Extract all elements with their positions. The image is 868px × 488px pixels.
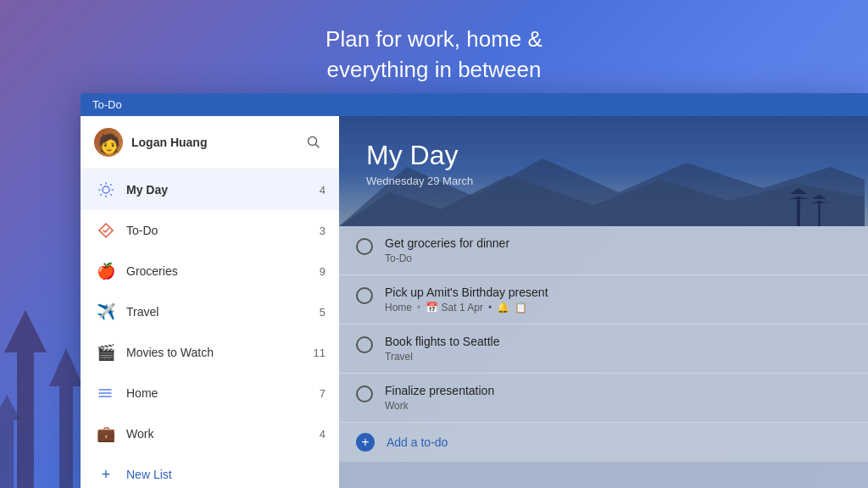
groceries-label: Groceries bbox=[126, 264, 320, 278]
task-checkbox[interactable] bbox=[356, 385, 373, 402]
work-icon: 💼 bbox=[94, 422, 118, 446]
task-checkbox[interactable] bbox=[356, 287, 373, 304]
movies-icon: 🎬 bbox=[94, 341, 118, 364]
svg-marker-1 bbox=[49, 348, 83, 488]
task-title: Finalize presentation bbox=[385, 384, 851, 397]
hero-section: Plan for work, home & everything in betw… bbox=[0, 24, 868, 86]
right-panel: My Day Wednesday 29 March Get groceries … bbox=[339, 116, 868, 488]
home-count: 7 bbox=[320, 387, 326, 400]
svg-point-19 bbox=[99, 396, 101, 397]
new-list-label: New List bbox=[126, 468, 172, 481]
main-content: 🧑 Logan Huang bbox=[81, 116, 868, 488]
task-item[interactable]: Book flights to Seattle Travel bbox=[339, 324, 868, 374]
task-subtitle: Home • 📅 Sat 1 Apr • 🔔 📋 bbox=[385, 302, 851, 313]
svg-point-5 bbox=[103, 186, 109, 193]
svg-point-17 bbox=[99, 389, 101, 391]
app-window: To-Do 🧑 Logan Huang bbox=[81, 93, 868, 488]
task-date: 📅 Sat 1 Apr bbox=[426, 302, 483, 313]
sidebar-header: 🧑 Logan Huang bbox=[81, 116, 339, 169]
task-item[interactable]: Get groceries for dinner To-Do bbox=[339, 226, 868, 275]
movies-count: 11 bbox=[314, 347, 326, 359]
svg-rect-22 bbox=[797, 197, 800, 226]
task-content: Finalize presentation Work bbox=[385, 384, 851, 412]
sidebar-item-travel[interactable]: ✈️ Travel 5 bbox=[81, 291, 339, 332]
hero-title: Plan for work, home & everything in betw… bbox=[0, 24, 868, 86]
home-list-icon bbox=[94, 381, 118, 405]
sun-icon bbox=[94, 178, 118, 202]
task-note-icon: 📋 bbox=[515, 302, 527, 313]
home-label: Home bbox=[126, 386, 320, 400]
task-title: Pick up Amit's Birthday present bbox=[385, 286, 851, 299]
todo-icon bbox=[94, 219, 118, 242]
user-info: 🧑 Logan Huang bbox=[94, 128, 207, 157]
myday-title: My Day bbox=[366, 140, 841, 171]
travel-count: 5 bbox=[320, 306, 326, 319]
todo-label: To-Do bbox=[126, 224, 320, 237]
app-title: To-Do bbox=[92, 98, 122, 111]
movies-label: Movies to Watch bbox=[126, 346, 314, 359]
groceries-icon: 🍎 bbox=[94, 259, 118, 283]
task-subtitle: Work bbox=[385, 400, 851, 412]
myday-count: 4 bbox=[320, 184, 326, 197]
search-button[interactable] bbox=[302, 130, 326, 154]
work-count: 4 bbox=[320, 428, 326, 441]
myday-header: My Day Wednesday 29 March bbox=[339, 116, 868, 226]
add-todo-icon: + bbox=[356, 433, 375, 452]
trees-decoration bbox=[0, 285, 85, 488]
sidebar-item-groceries[interactable]: 🍎 Groceries 9 bbox=[81, 251, 339, 291]
task-title: Book flights to Seattle bbox=[385, 335, 851, 348]
tasks-list: Get groceries for dinner To-Do Pick up A… bbox=[339, 226, 868, 488]
user-name: Logan Huang bbox=[131, 136, 207, 149]
groceries-count: 9 bbox=[320, 265, 326, 278]
task-item[interactable]: Pick up Amit's Birthday present Home • 📅… bbox=[339, 275, 868, 324]
add-todo-label: Add a to-do bbox=[387, 435, 448, 449]
task-subtitle: Travel bbox=[385, 351, 851, 363]
sidebar-item-movies[interactable]: 🎬 Movies to Watch 11 bbox=[81, 332, 339, 373]
todo-count: 3 bbox=[320, 225, 326, 237]
svg-line-12 bbox=[110, 184, 112, 186]
title-bar: To-Do bbox=[81, 93, 868, 116]
work-label: Work bbox=[126, 427, 320, 441]
travel-icon: ✈️ bbox=[94, 300, 118, 324]
svg-line-11 bbox=[110, 194, 112, 196]
myday-label: My Day bbox=[126, 183, 320, 197]
svg-line-4 bbox=[316, 145, 320, 148]
sidebar-item-myday[interactable]: My Day 4 bbox=[81, 169, 339, 210]
task-title: Get groceries for dinner bbox=[385, 236, 851, 250]
task-content: Pick up Amit's Birthday present Home • 📅… bbox=[385, 286, 851, 313]
avatar: 🧑 bbox=[94, 128, 123, 157]
task-reminder-icon: 🔔 bbox=[497, 302, 509, 313]
task-content: Get groceries for dinner To-Do bbox=[385, 236, 851, 264]
sidebar-item-home[interactable]: Home 7 bbox=[81, 373, 339, 413]
svg-line-13 bbox=[100, 194, 102, 196]
sidebar-item-work[interactable]: 💼 Work 4 bbox=[81, 413, 339, 454]
add-todo-row[interactable]: + Add a to-do bbox=[339, 423, 868, 462]
svg-point-18 bbox=[99, 392, 101, 394]
task-checkbox[interactable] bbox=[356, 238, 373, 255]
sidebar: 🧑 Logan Huang bbox=[81, 116, 339, 488]
task-item[interactable]: Finalize presentation Work bbox=[339, 374, 868, 423]
new-list-button[interactable]: + New List bbox=[81, 454, 339, 488]
plus-icon: + bbox=[94, 463, 118, 486]
task-checkbox[interactable] bbox=[356, 336, 373, 353]
svg-rect-25 bbox=[818, 201, 821, 226]
task-content: Book flights to Seattle Travel bbox=[385, 335, 851, 363]
svg-line-10 bbox=[100, 184, 102, 186]
myday-date: Wednesday 29 March bbox=[366, 175, 841, 187]
travel-label: Travel bbox=[126, 305, 320, 319]
sidebar-item-todo[interactable]: To-Do 3 bbox=[81, 210, 339, 251]
task-subtitle: To-Do bbox=[385, 252, 851, 264]
